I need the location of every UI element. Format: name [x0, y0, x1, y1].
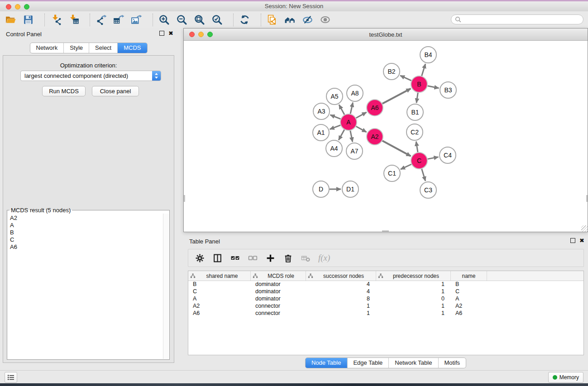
mcds-result-item[interactable]: A6: [10, 243, 163, 251]
close-panel-button[interactable]: Close panel: [92, 86, 139, 96]
table-cell[interactable]: connector: [251, 310, 306, 317]
table-cell[interactable]: 4: [306, 288, 376, 295]
memory-button[interactable]: Memory: [548, 372, 583, 383]
clone-network-icon[interactable]: [266, 14, 278, 26]
delete-column-icon[interactable]: [283, 253, 293, 263]
column-layout-icon[interactable]: [212, 253, 222, 263]
settings-gear-icon[interactable]: [195, 253, 205, 263]
table-cell[interactable]: dominator: [251, 288, 306, 295]
graph-edge-A2-C[interactable]: [382, 141, 411, 156]
graph-node-B4[interactable]: B4: [420, 47, 436, 63]
table-cell[interactable]: 1: [306, 310, 376, 317]
column-header-predecessor-nodes[interactable]: predecessor nodes: [376, 271, 451, 281]
graph-edge-B-B1[interactable]: [416, 93, 418, 103]
graph-node-B1[interactable]: B1: [407, 104, 423, 120]
zoom-in-icon[interactable]: [158, 14, 170, 26]
graph-edge-A-A4[interactable]: [339, 130, 344, 140]
tab-network-table[interactable]: Network Table: [389, 358, 438, 368]
graph-edge-A-A8[interactable]: [350, 103, 353, 114]
export-network-icon[interactable]: [95, 14, 107, 26]
graph-node-A6[interactable]: A6: [367, 100, 383, 116]
graph-edge-C-C3[interactable]: [422, 169, 425, 181]
hide-selected-icon[interactable]: [301, 14, 313, 26]
table-cell[interactable]: A: [188, 295, 251, 303]
graph-node-D1[interactable]: D1: [342, 181, 359, 197]
add-column-icon[interactable]: [265, 253, 275, 263]
graph-edge-C-C1[interactable]: [401, 164, 411, 169]
graph-node-C2[interactable]: C2: [406, 124, 423, 140]
search-input[interactable]: [464, 16, 579, 24]
table-cell[interactable]: connector: [251, 303, 306, 310]
graph-edge-C-C4[interactable]: [428, 157, 439, 159]
mcds-result-item[interactable]: A: [10, 222, 163, 229]
network-canvas[interactable]: B4B2BB3A8A5A6A3B1AA1C2A2A4A7C4CC1C3DD1: [184, 41, 588, 232]
table-cell[interactable]: 1: [306, 303, 376, 310]
table-cell[interactable]: C: [188, 288, 251, 295]
graph-edge-B-B3[interactable]: [428, 86, 439, 88]
mcds-result-item[interactable]: C: [10, 236, 163, 243]
graph-edge-A-A7[interactable]: [350, 131, 353, 142]
show-panels-button[interactable]: [5, 372, 17, 383]
table-cell[interactable]: A6: [188, 310, 251, 317]
window-resize-grip[interactable]: [581, 225, 588, 232]
graph-edge-C-C2[interactable]: [416, 142, 418, 152]
graph-edge-A6-B[interactable]: [382, 89, 411, 104]
table-cell[interactable]: 1: [376, 281, 451, 288]
float-panel-icon[interactable]: [159, 31, 164, 36]
table-cell[interactable]: dominator: [251, 295, 306, 303]
table-cell[interactable]: 8: [306, 295, 376, 303]
tab-node-table[interactable]: Node Table: [306, 358, 348, 368]
graph-node-A4[interactable]: A4: [326, 140, 342, 157]
close-table-panel-icon[interactable]: ✖: [579, 238, 584, 243]
tab-motifs[interactable]: Motifs: [438, 358, 466, 368]
graph-node-C1[interactable]: C1: [384, 165, 400, 181]
save-session-icon[interactable]: [22, 14, 34, 26]
deselect-all-icon[interactable]: [248, 253, 258, 263]
column-header-mcds-role[interactable]: MCDS role: [251, 271, 306, 281]
mcds-result-item[interactable]: A2: [10, 214, 163, 222]
tab-style[interactable]: Style: [64, 43, 89, 53]
table-row[interactable]: A6connector11A6: [188, 310, 583, 317]
table-cell[interactable]: A6: [451, 310, 487, 317]
export-table-icon[interactable]: [113, 14, 124, 26]
graph-edge-A-A3[interactable]: [330, 115, 341, 119]
table-cell[interactable]: A: [451, 295, 487, 303]
graph-node-A3[interactable]: A3: [313, 103, 330, 119]
graph-edge-A-A1[interactable]: [330, 125, 341, 129]
table-row[interactable]: Adominator80A: [188, 295, 583, 303]
table-row[interactable]: A2connector11A2: [188, 303, 583, 310]
graph-node-D[interactable]: D: [313, 181, 329, 197]
tab-select[interactable]: Select: [89, 43, 118, 53]
graph-node-C3[interactable]: C3: [420, 182, 436, 198]
column-header-successor-nodes[interactable]: successor nodes: [306, 271, 376, 281]
graph-edge-A-A6[interactable]: [356, 112, 367, 118]
graph-node-A7[interactable]: A7: [346, 143, 363, 159]
table-cell[interactable]: 4: [306, 281, 376, 288]
graph-edge-A-A2[interactable]: [356, 126, 367, 132]
import-table-icon[interactable]: [67, 14, 79, 26]
show-all-icon[interactable]: [319, 14, 331, 26]
first-neighbors-icon[interactable]: [284, 14, 296, 26]
graph-node-A5[interactable]: A5: [326, 88, 343, 105]
table-cell[interactable]: 1: [376, 310, 451, 317]
network-canvas-svg[interactable]: B4B2BB3A8A5A6A3B1AA1C2A2A4A7C4CC1C3DD1: [184, 41, 588, 232]
table-row[interactable]: Bdominator41B: [188, 281, 583, 288]
table-cell[interactable]: A2: [451, 303, 487, 310]
table-cell[interactable]: B: [188, 281, 251, 288]
table-cell[interactable]: B: [451, 281, 487, 288]
graph-node-A1[interactable]: A1: [313, 124, 329, 141]
network-window-titlebar[interactable]: testGlobe.txt: [184, 29, 588, 41]
graph-node-A8[interactable]: A8: [347, 85, 363, 101]
graph-node-C[interactable]: C: [411, 152, 427, 169]
tab-edge-table[interactable]: Edge Table: [347, 358, 389, 368]
column-header-shared-name[interactable]: shared name: [188, 271, 251, 281]
open-folder-icon[interactable]: [5, 14, 16, 26]
graph-edge-B-B2[interactable]: [400, 76, 411, 81]
close-panel-icon[interactable]: ✖: [168, 31, 173, 36]
float-table-panel-icon[interactable]: [570, 238, 575, 243]
graph-node-C4[interactable]: C4: [440, 147, 456, 163]
tab-mcds[interactable]: MCDS: [118, 43, 147, 53]
export-image-icon[interactable]: [130, 14, 142, 26]
tab-network[interactable]: Network: [30, 43, 64, 53]
zoom-out-icon[interactable]: [176, 14, 187, 26]
